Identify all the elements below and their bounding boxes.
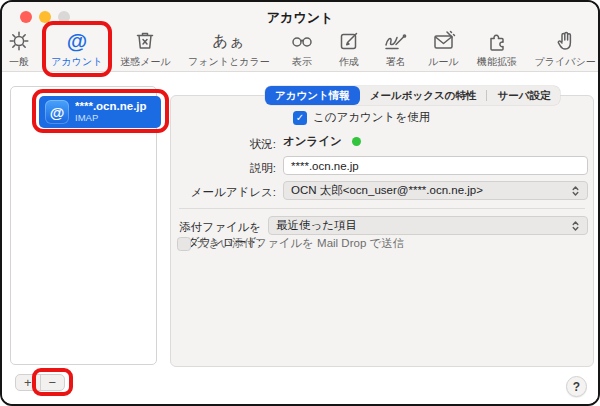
toolbar-item-accounts[interactable]: @ アカウント — [49, 26, 105, 71]
window-title: アカウント — [2, 9, 598, 27]
gear-icon — [7, 28, 31, 54]
maildrop-label: 大きい添付ファイルを Mail Drop で送信 — [197, 236, 404, 251]
puzzle-icon — [485, 28, 509, 54]
status-row: オンライン — [283, 134, 361, 149]
add-account-button[interactable]: + — [16, 375, 40, 390]
account-type: IMAP — [75, 113, 147, 124]
toolbar-label-privacy: プライバシー — [535, 55, 596, 69]
tab-mailbox-behaviors[interactable]: メールボックスの特性 — [360, 86, 487, 105]
title-toolbar-area: アカウント 一般 @ アカウント — [2, 2, 598, 72]
toolbar-item-junk[interactable]: 迷惑メール — [118, 26, 173, 71]
toolbar-label-rules: ルール — [428, 55, 458, 69]
help-button[interactable]: ? — [566, 376, 587, 397]
toolbar-label-accounts: アカウント — [51, 55, 102, 69]
use-account-label: このアカウントを使用 — [313, 110, 430, 125]
toolbar-item-privacy[interactable]: プライバシー — [532, 26, 598, 71]
toolbar-item-signatures[interactable]: 署名 — [379, 26, 413, 71]
toolbar-label-composing: 作成 — [339, 55, 359, 69]
email-label: メールアドレス: — [171, 185, 276, 200]
at-icon: @ — [67, 28, 87, 54]
chevron-up-down-icon — [571, 220, 580, 232]
account-tabs: アカウント情報 メールボックスの特性 サーバ設定 — [265, 86, 560, 105]
toolbar-label-viewing: 表示 — [292, 55, 312, 69]
checkmark-icon: ✓ — [296, 112, 304, 123]
status-label: 状況: — [171, 137, 276, 152]
preferences-toolbar: 一般 @ アカウント 迷惑メール — [2, 26, 598, 70]
accounts-sidebar: @ ****.ocn.ne.jp IMAP — [10, 86, 157, 365]
toolbar-label-general: 一般 — [9, 55, 29, 69]
toolbar-item-fonts[interactable]: あぁ フォントとカラー — [186, 26, 272, 71]
toolbar-item-rules[interactable]: ルール — [426, 26, 462, 71]
online-indicator-dot — [352, 137, 361, 146]
maildrop-row: 大きい添付ファイルを Mail Drop で送信 — [177, 236, 404, 251]
description-input[interactable]: ****.ocn.ne.jp — [283, 156, 588, 175]
toolbar-item-extensions[interactable]: 機能拡張 — [474, 26, 519, 71]
tab-account-info[interactable]: アカウント情報 — [265, 86, 360, 105]
tab-server-settings[interactable]: サーバ設定 — [487, 86, 560, 105]
hand-icon — [553, 28, 577, 54]
use-account-row: ✓ このアカウントを使用 — [293, 110, 430, 125]
description-label: 説明: — [171, 161, 276, 176]
preferences-body: @ ****.ocn.ne.jp IMAP ✓ このアカウントを使用 状況: オ… — [2, 73, 600, 406]
glasses-icon — [289, 28, 315, 54]
maildrop-checkbox[interactable] — [177, 237, 191, 251]
remove-account-button[interactable]: − — [41, 375, 65, 390]
use-account-checkbox[interactable]: ✓ — [293, 111, 307, 125]
signature-icon — [383, 28, 409, 54]
junk-trash-icon — [133, 28, 157, 54]
toolbar-label-fonts: フォントとカラー — [188, 55, 270, 69]
download-popup[interactable]: 最近使った項目 — [268, 216, 588, 235]
mail-preferences-window: アカウント 一般 @ アカウント — [0, 0, 600, 406]
add-remove-control: + − — [15, 374, 65, 391]
download-popup-value: 最近使った項目 — [276, 218, 565, 233]
sidebar-account-item[interactable]: @ ****.ocn.ne.jp IMAP — [39, 96, 161, 128]
toolbar-item-viewing[interactable]: 表示 — [285, 26, 319, 71]
email-popup-value: OCN 太郎<ocn_user@****.ocn.ne.jp> — [291, 183, 565, 198]
compose-icon — [337, 28, 361, 54]
status-value: オンライン — [283, 134, 342, 149]
toolbar-item-composing[interactable]: 作成 — [332, 26, 366, 71]
toolbar-item-general[interactable]: 一般 — [2, 26, 36, 71]
envelope-icon — [431, 28, 457, 54]
chevron-up-down-icon — [571, 185, 580, 197]
section-divider — [179, 208, 585, 209]
account-app-icon: @ — [45, 100, 69, 124]
toolbar-label-extensions: 機能拡張 — [477, 55, 517, 69]
email-popup[interactable]: OCN 太郎<ocn_user@****.ocn.ne.jp> — [283, 181, 588, 200]
toolbar-label-junk: 迷惑メール — [120, 55, 170, 69]
toolbar-label-signatures: 署名 — [386, 55, 406, 69]
fonts-icon: あぁ — [213, 28, 246, 54]
account-detail-pane: ✓ このアカウントを使用 状況: オンライン 説明: ****.ocn.ne.j… — [170, 95, 594, 367]
